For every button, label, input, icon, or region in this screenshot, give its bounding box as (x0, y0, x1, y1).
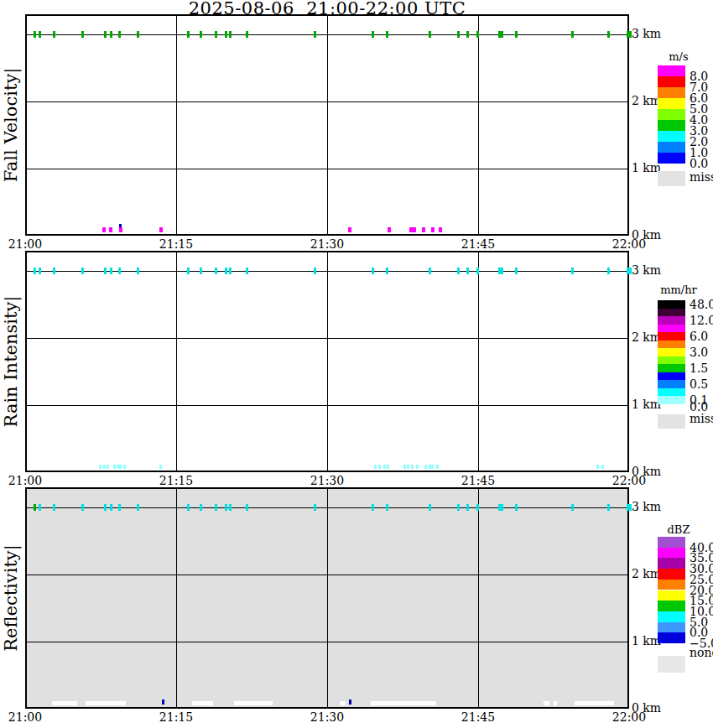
surface-echoes-palecyan (117, 465, 119, 469)
echo-near-3km (137, 504, 139, 511)
surface-echoes-magenta (422, 227, 425, 232)
colorbar-block (658, 622, 685, 633)
colorbar-block (658, 87, 685, 98)
plot-area-fall-velocity (25, 14, 629, 236)
surface-echoes-palecyan (374, 465, 377, 469)
colorbar-miss-label: none (690, 646, 713, 659)
colorbar-miss-block (658, 171, 685, 186)
colorbar-value-label: 0.0 (690, 158, 713, 169)
echo-near-3km (118, 31, 121, 38)
echo-near-3km (104, 504, 107, 511)
echo-near-3km (386, 31, 388, 38)
surface-no-echo-white (86, 701, 126, 705)
echo-near-3km (607, 31, 610, 38)
echo-near-3km (34, 31, 36, 38)
colorbar-block (658, 131, 685, 142)
x-tick-label: 21:45 (456, 474, 500, 487)
colorbar-title-rain-intensity: mm/hr (656, 283, 701, 296)
echo-near-3km (187, 504, 190, 511)
colorbar-miss-label: miss (690, 412, 713, 425)
colorbar-block (658, 325, 685, 333)
echo-near-3km (627, 504, 632, 511)
echo-near-3km (314, 504, 316, 511)
echo-near-3km (476, 504, 479, 511)
surface-echoes-palecyan (431, 465, 434, 469)
colorbar-block (658, 537, 685, 548)
surface-echoes-magenta (109, 227, 112, 232)
echo-near-3km (571, 268, 574, 274)
surface-echoes-magenta (348, 227, 351, 232)
echo-near-3km (215, 504, 217, 511)
surface-echoes-palecyan (103, 465, 106, 469)
echo-near-3km (515, 31, 518, 38)
surface-echoes-palecyan (424, 465, 427, 469)
plot-area-rain-intensity (25, 251, 629, 472)
colorbar-block (658, 396, 685, 404)
colorbar-block (658, 332, 685, 341)
x-tick-label: 21:45 (456, 710, 500, 724)
echo-near-3km (607, 268, 610, 274)
echo-near-3km (104, 31, 107, 38)
colorbar-title-reflectivity: dBZ (656, 523, 701, 536)
gridline-horizontal (27, 271, 627, 272)
echo-near-3km (457, 504, 460, 511)
surface-no-echo-white (52, 701, 77, 705)
echo-near-3km (215, 268, 217, 274)
surface-echoes-magenta (431, 227, 435, 232)
echo-near-3km (429, 504, 431, 511)
echo-near-3km (457, 31, 460, 38)
surface-echoes-palecyan (159, 465, 162, 469)
echo-near-3km (372, 504, 374, 511)
colorbar-value-label: 0.5 (690, 378, 713, 390)
gridline-vertical (478, 252, 479, 471)
echo-near-3km (476, 31, 479, 38)
surface-no-echo-white (544, 701, 549, 705)
colorbar-miss-block (658, 414, 685, 429)
x-tick-label: 21:30 (305, 474, 349, 487)
gridline-vertical (327, 252, 328, 471)
colorbar-block (658, 632, 685, 643)
x-tick-label: 21:15 (154, 710, 198, 724)
colorbar-block (658, 590, 685, 601)
echo-near-3km (225, 504, 227, 511)
echo-near-3km (476, 268, 479, 274)
surface-echoes-magenta (409, 227, 416, 232)
echo-near-3km (627, 268, 632, 274)
colorbar-block (658, 548, 685, 559)
gridline-vertical (478, 489, 479, 707)
surface-no-echo-white (371, 701, 436, 705)
colorbar-value-label: 3.0 (690, 346, 713, 358)
echo-near-3km (429, 31, 431, 38)
x-tick-label: 21:30 (305, 710, 349, 724)
surface-echoes-magenta (439, 227, 442, 232)
surface-echo-blue (349, 699, 351, 705)
surface-echoes-palecyan (596, 465, 599, 469)
surface-echo-blue (162, 699, 164, 705)
echo-near-3km (515, 504, 518, 511)
colorbar-block (658, 300, 685, 309)
gridline-vertical (478, 16, 479, 234)
surface-echoes-palecyan (407, 465, 409, 469)
gridline-vertical (327, 489, 328, 707)
echo-near-3km-green (34, 504, 36, 511)
x-tick-label: 21:00 (3, 237, 47, 251)
echo-near-3km (498, 268, 503, 274)
colorbar-block (658, 109, 685, 120)
x-tick-label: 21:45 (456, 237, 500, 251)
colorbar-block (658, 65, 685, 76)
colorbar-value-label: 48.0 (690, 299, 713, 310)
x-tick-label: 21:15 (154, 474, 198, 487)
echo-near-3km (137, 268, 139, 274)
echo-near-3km (386, 504, 388, 511)
colorbar-block (658, 569, 685, 580)
surface-echoes-magenta (119, 227, 122, 232)
echo-near-3km (137, 31, 139, 38)
echo-near-3km (498, 504, 503, 511)
surface-echoes-palecyan (387, 465, 389, 469)
colorbar-value-label: 1.5 (690, 362, 713, 374)
colorbar-block (658, 380, 685, 388)
echo-near-3km (627, 31, 632, 38)
colorbar-block (658, 611, 685, 622)
gridline-vertical (176, 16, 177, 234)
colorbar-block (658, 142, 685, 153)
